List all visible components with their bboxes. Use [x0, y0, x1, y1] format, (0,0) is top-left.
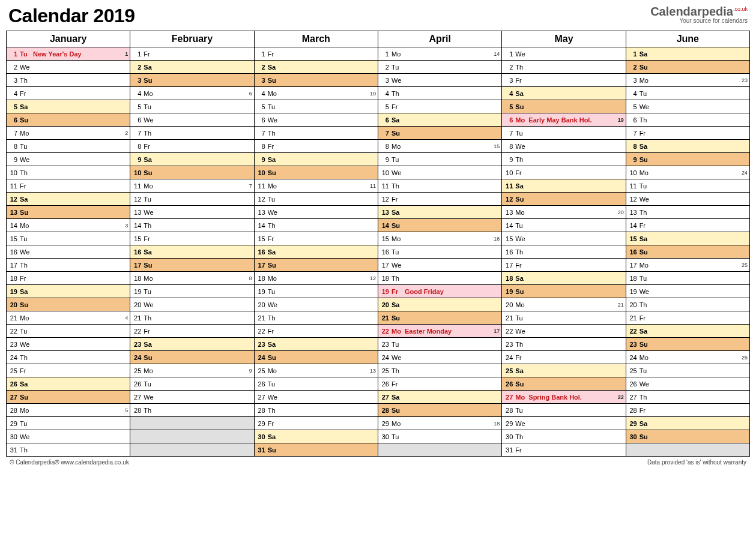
- day-of-week: Sa: [19, 196, 32, 203]
- day-cell: 17We: [378, 259, 501, 272]
- week-number: 13: [370, 368, 376, 374]
- day-cell: 25Mo13: [254, 364, 378, 377]
- day-cell: 28Tu: [502, 404, 626, 417]
- day-cell: 14Th: [130, 219, 254, 232]
- day-of-week: We: [514, 235, 527, 242]
- day-row: 13Su13We13We13Sa13Mo2013Th: [7, 206, 750, 219]
- day-cell: 15Fr: [254, 232, 378, 245]
- day-of-week: Mo: [390, 143, 404, 150]
- day-of-week: Su: [267, 354, 280, 361]
- day-of-week: Tu: [514, 222, 527, 229]
- day-cell: 26Su: [502, 377, 626, 391]
- day-cell: 23Th: [502, 338, 626, 351]
- day-number: 21: [502, 314, 514, 322]
- page-title: Calendar 2019: [8, 5, 135, 27]
- day-cell: 10Fr: [502, 166, 626, 179]
- day-of-week: Mo: [638, 354, 652, 361]
- day-cell: 10Th: [7, 166, 130, 179]
- day-of-week: We: [390, 77, 404, 84]
- week-number: 17: [494, 328, 500, 334]
- day-of-week: Su: [638, 433, 652, 440]
- day-number: 2: [502, 64, 514, 71]
- day-cell: 23We: [7, 338, 130, 351]
- day-of-week: Tu: [19, 235, 32, 242]
- day-cell: 20We: [254, 298, 378, 311]
- day-number: 12: [502, 196, 514, 203]
- day-number: 26: [255, 380, 267, 388]
- day-of-week: Sa: [142, 341, 156, 348]
- day-number: 5: [130, 103, 142, 110]
- day-cell: 7Mo2: [7, 127, 130, 140]
- day-cell: 19Tu: [254, 285, 378, 298]
- day-cell: 14Fr: [626, 219, 749, 232]
- day-of-week: Sa: [267, 433, 280, 440]
- day-of-week: Th: [638, 116, 652, 124]
- day-number: 22: [255, 328, 267, 335]
- day-of-week: Su: [267, 262, 280, 269]
- day-of-week: Fr: [142, 235, 156, 242]
- day-cell: 3We: [378, 74, 501, 87]
- day-of-week: Su: [267, 446, 280, 454]
- day-cell: 9Sa: [254, 153, 378, 166]
- day-number: 8: [255, 143, 267, 150]
- day-of-week: Mo: [142, 367, 156, 374]
- day-cell: 19Tu: [130, 285, 254, 298]
- day-of-week: Mo: [390, 50, 404, 58]
- day-cell: 5We: [626, 100, 749, 113]
- event-label: Good Friday: [404, 288, 501, 295]
- day-number: 14: [378, 222, 390, 229]
- day-number: 8: [130, 143, 142, 150]
- day-cell: 29Fr: [254, 417, 378, 430]
- day-number: 29: [502, 420, 514, 427]
- day-of-week: Mo: [390, 328, 404, 335]
- day-number: 5: [378, 103, 390, 110]
- day-of-week: We: [390, 169, 404, 176]
- day-of-week: Sa: [19, 380, 32, 388]
- day-number: 3: [378, 77, 390, 84]
- day-cell: 5Sa: [7, 100, 130, 113]
- day-number: 10: [378, 169, 390, 176]
- day-number: 9: [255, 156, 267, 163]
- day-cell: 25Th: [378, 364, 501, 377]
- day-cell: 20Th: [626, 298, 749, 311]
- day-cell: 12Tu: [254, 193, 378, 206]
- day-number: 14: [7, 222, 19, 229]
- day-of-week: Th: [267, 130, 280, 137]
- day-cell: 8Mo15: [378, 140, 501, 153]
- day-of-week: Sa: [390, 209, 404, 216]
- day-number: 29: [255, 420, 267, 427]
- day-cell: 4Sa: [502, 87, 626, 100]
- day-cell: 3Th: [7, 74, 130, 87]
- day-of-week: We: [514, 420, 527, 427]
- day-number: 12: [7, 196, 19, 203]
- day-number: 14: [502, 222, 514, 229]
- day-number: 17: [130, 262, 142, 269]
- day-number: 19: [130, 288, 142, 295]
- day-of-week: Tu: [19, 50, 32, 58]
- day-number: 1: [255, 50, 267, 58]
- day-number: 9: [378, 156, 390, 163]
- day-cell: 27We: [130, 391, 254, 404]
- day-of-week: Th: [390, 182, 404, 190]
- day-cell: 21Su: [378, 311, 501, 325]
- day-number: 30: [378, 433, 390, 440]
- day-number: 19: [502, 288, 514, 295]
- day-number: 7: [502, 130, 514, 137]
- day-number: 27: [130, 394, 142, 401]
- day-cell: 9Th: [502, 153, 626, 166]
- day-cell: 13Sa: [378, 206, 501, 219]
- day-cell: 18Sa: [502, 272, 626, 285]
- day-cell: 25Fr: [7, 364, 130, 377]
- day-number: 19: [255, 288, 267, 295]
- day-of-week: We: [390, 262, 404, 269]
- day-number: 20: [130, 301, 142, 308]
- day-of-week: Sa: [267, 341, 280, 348]
- day-cell: 13We: [254, 206, 378, 219]
- day-number: 18: [626, 275, 638, 282]
- day-of-week: Sa: [638, 235, 652, 242]
- day-number: 21: [7, 314, 19, 322]
- day-number: 20: [255, 301, 267, 308]
- day-of-week: Sa: [638, 328, 652, 335]
- day-cell: 31Su: [254, 443, 378, 457]
- day-of-week: Mo: [19, 314, 32, 322]
